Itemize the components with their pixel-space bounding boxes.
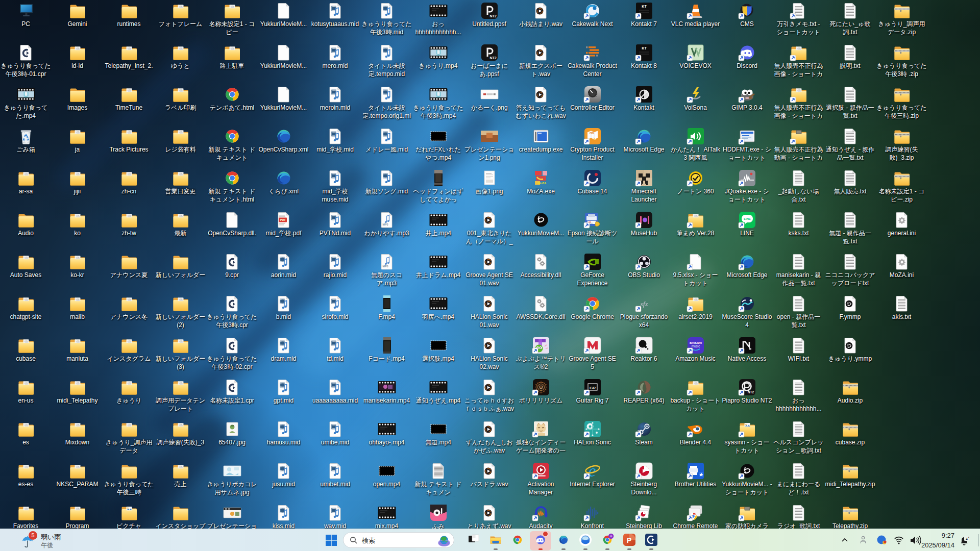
svg-text:z: z [966,536,968,541]
svg-text:music: music [691,344,700,348]
svg-text:amazon: amazon [690,341,702,344]
svg-text:KT: KT [642,5,647,8]
svg-text:MP3: MP3 [382,265,388,268]
svg-text:GR: GR [590,386,596,390]
svg-text:LINE: LINE [744,217,751,220]
svg-text:MP3: MP3 [382,223,388,226]
svg-text:NT2: NT2 [747,390,754,394]
svg-text:KT: KT [642,46,647,50]
svg-text:CPI: CPI [590,132,594,135]
svg-text:NT2: NT2 [489,56,496,60]
svg-text:NT2: NT2 [489,14,496,18]
svg-text:P: P [627,536,631,544]
svg-text:sfz: sfz [640,300,648,308]
svg-text:PDF: PDF [280,218,286,221]
svg-text:MoZA: MoZA [537,182,546,185]
